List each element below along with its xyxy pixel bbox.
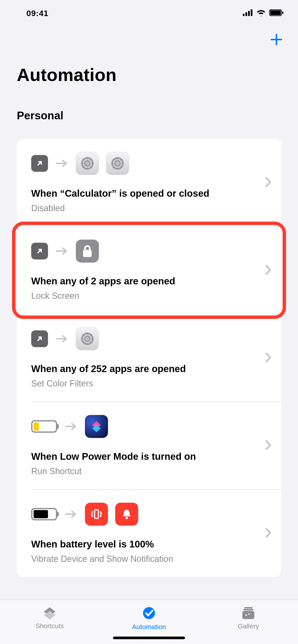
automation-row-battery-100[interactable]: When battery level is 100% Vibrate Devic… xyxy=(17,490,281,577)
svg-point-18 xyxy=(125,517,128,519)
arrow-right-icon xyxy=(55,334,69,344)
vibrate-action-icon xyxy=(85,503,108,526)
svg-rect-2 xyxy=(248,11,250,16)
automation-subtitle: Disabled xyxy=(31,203,260,213)
low-battery-trigger-icon xyxy=(31,420,57,433)
svg-point-9 xyxy=(85,161,90,166)
home-indicator[interactable] xyxy=(113,636,185,639)
app-open-trigger-icon xyxy=(31,243,48,260)
automation-icons xyxy=(31,327,260,350)
shortcuts-tab-icon xyxy=(43,607,57,620)
automation-title: When any of 2 apps are opened xyxy=(31,276,260,286)
lock-action-icon xyxy=(76,240,99,262)
svg-rect-22 xyxy=(242,611,254,619)
status-bar: 09:41 xyxy=(0,0,298,26)
tab-label: Gallery xyxy=(238,622,259,630)
settings-action-icon xyxy=(76,152,99,175)
tab-shortcuts[interactable]: Shortcuts xyxy=(0,600,99,637)
automation-icons xyxy=(31,152,260,175)
svg-rect-20 xyxy=(244,607,252,608)
tab-automation[interactable]: Automation xyxy=(99,600,199,637)
automation-title: When Low Power Mode is turned on xyxy=(31,451,260,462)
wifi-icon xyxy=(256,9,266,17)
svg-point-16 xyxy=(85,336,90,342)
chevron-right-icon xyxy=(265,528,272,539)
svg-rect-21 xyxy=(243,609,253,610)
svg-rect-5 xyxy=(270,10,281,15)
automation-row-low-power[interactable]: When Low Power Mode is turned on Run Sho… xyxy=(17,402,281,490)
chevron-right-icon xyxy=(265,177,272,188)
automation-tab-icon xyxy=(142,606,156,621)
automation-subtitle: Set Color Filters xyxy=(31,378,260,388)
tab-label: Shortcuts xyxy=(36,622,64,630)
svg-rect-6 xyxy=(282,12,283,14)
arrow-right-icon xyxy=(55,158,69,168)
automation-icons xyxy=(31,240,260,262)
svg-point-19 xyxy=(143,607,155,619)
app-open-trigger-icon xyxy=(31,155,48,172)
svg-rect-3 xyxy=(251,9,252,16)
automation-subtitle: Vibrate Device and Show Notification xyxy=(31,554,260,564)
page-title: Automation xyxy=(0,53,298,95)
svg-rect-17 xyxy=(95,510,98,518)
notification-action-icon xyxy=(115,503,138,526)
arrow-right-icon xyxy=(55,246,69,256)
app-open-trigger-icon xyxy=(31,330,48,347)
svg-rect-13 xyxy=(83,250,92,257)
automations-list: When “Calculator” is opened or closed Di… xyxy=(17,139,281,577)
arrow-right-icon xyxy=(64,422,78,431)
automation-title: When battery level is 100% xyxy=(31,539,260,550)
status-indicators xyxy=(243,9,284,17)
settings-action-icon xyxy=(106,152,129,175)
svg-rect-0 xyxy=(243,14,244,16)
chevron-right-icon xyxy=(265,352,272,364)
automation-subtitle: Lock Screen xyxy=(31,291,260,301)
tab-label: Automation xyxy=(132,623,166,631)
cellular-icon xyxy=(243,9,253,17)
shortcuts-action-icon xyxy=(85,415,108,438)
automation-title: When any of 252 apps are opened xyxy=(31,364,260,374)
battery-level-trigger-icon xyxy=(31,508,57,520)
chevron-right-icon xyxy=(265,440,272,451)
arrow-right-icon xyxy=(64,509,78,519)
automation-subtitle: Run Shortcut xyxy=(31,466,260,476)
settings-action-icon xyxy=(76,327,99,350)
chevron-right-icon xyxy=(265,265,272,276)
gallery-tab-icon xyxy=(241,606,256,620)
add-button[interactable] xyxy=(267,30,286,49)
automation-row-2-apps-lock[interactable]: When any of 2 apps are opened Lock Scree… xyxy=(17,226,281,314)
svg-rect-1 xyxy=(245,12,247,16)
nav-bar xyxy=(0,26,298,53)
automation-row-calculator[interactable]: When “Calculator” is opened or closed Di… xyxy=(17,139,281,226)
automation-icons xyxy=(31,503,260,526)
section-header-personal: Personal xyxy=(0,95,298,132)
status-time: 09:41 xyxy=(26,8,49,18)
svg-point-12 xyxy=(115,161,120,166)
tab-gallery[interactable]: Gallery xyxy=(199,600,298,637)
automation-title: When “Calculator” is opened or closed xyxy=(31,188,260,199)
battery-icon xyxy=(269,9,284,17)
automation-icons xyxy=(31,415,260,438)
automation-row-252-apps[interactable]: When any of 252 apps are opened Set Colo… xyxy=(17,314,281,402)
plus-icon xyxy=(270,33,283,46)
